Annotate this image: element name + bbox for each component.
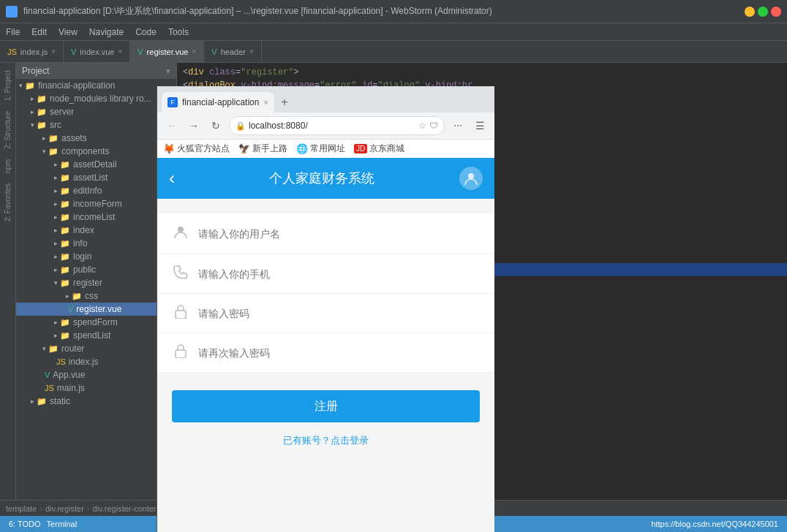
reload-button[interactable]: ↻ bbox=[207, 117, 225, 134]
menu-navigate[interactable]: Navigate bbox=[89, 27, 124, 37]
vue-file-icon: V bbox=[68, 305, 73, 314]
tree-components[interactable]: ▾ 📁 components bbox=[16, 145, 176, 158]
back-nav-button[interactable]: ‹ bbox=[169, 168, 175, 189]
tree-incomeform[interactable]: ▸ 📁 incomeForm bbox=[16, 197, 176, 210]
avatar[interactable] bbox=[459, 167, 483, 190]
tree-server[interactable]: ▸ 📁 server bbox=[16, 105, 176, 118]
tree-register-vue[interactable]: V register.vue bbox=[16, 303, 176, 316]
tab-register-vue[interactable]: V register.vue × bbox=[130, 41, 204, 62]
register-button[interactable]: 注册 bbox=[172, 390, 480, 422]
tab-close-icon[interactable]: × bbox=[192, 48, 196, 56]
menu-view[interactable]: View bbox=[59, 27, 78, 37]
tree-collapse-icon: ▸ bbox=[54, 161, 58, 168]
sidebar-header: Project ▾ bbox=[16, 63, 176, 79]
tree-static[interactable]: ▸ 📁 static bbox=[16, 395, 176, 408]
address-input[interactable]: 🔒 localhost:8080/ ☆ 🛡 bbox=[229, 116, 445, 135]
tree-login[interactable]: ▸ 📁 login bbox=[16, 250, 176, 263]
star-icon[interactable]: ☆ bbox=[418, 121, 426, 131]
npm-panel-btn[interactable]: npm bbox=[2, 155, 13, 178]
tree-register[interactable]: ▾ 📁 register bbox=[16, 276, 176, 289]
menu-code[interactable]: Code bbox=[135, 27, 157, 37]
new-tab-button[interactable]: + bbox=[274, 92, 295, 113]
address-bar: ← → ↻ 🔒 localhost:8080/ ☆ 🛡 ⋯ ☰ bbox=[157, 113, 494, 139]
js-file-icon: JS bbox=[56, 357, 66, 366]
app-header: ‹ 个人家庭财务系统 bbox=[157, 158, 494, 199]
folder-icon: 📁 bbox=[37, 397, 47, 406]
project-panel-btn[interactable]: 1: Project bbox=[2, 66, 13, 105]
maximize-button[interactable] bbox=[758, 7, 768, 17]
tree-css[interactable]: ▸ 📁 css bbox=[16, 289, 176, 303]
login-link[interactable]: 已有账号？点击登录 bbox=[157, 434, 494, 447]
tree-expand-icon: ▾ bbox=[31, 121, 34, 129]
path-div-register-content: div.register-content bbox=[93, 504, 161, 513]
tree-info[interactable]: ▸ 📁 info bbox=[16, 237, 176, 250]
window-controls[interactable] bbox=[745, 7, 781, 17]
bookmark-jd[interactable]: JD 京东商城 bbox=[354, 142, 404, 155]
tab-close-icon[interactable]: × bbox=[249, 48, 254, 56]
tab-index-vue[interactable]: V index.vue × bbox=[64, 41, 130, 62]
tree-editinfo[interactable]: ▸ 📁 editInfo bbox=[16, 184, 176, 197]
tree-assetdetail[interactable]: ▸ 📁 assetDetail bbox=[16, 158, 176, 171]
phone-icon bbox=[172, 265, 189, 283]
menu-tools[interactable]: Tools bbox=[168, 27, 189, 37]
menu-edit[interactable]: Edit bbox=[31, 27, 47, 37]
confirm-password-field bbox=[157, 333, 494, 373]
todo-button[interactable]: 6: TODO bbox=[9, 520, 41, 528]
browser-tab-active[interactable]: F financial-application × bbox=[162, 92, 274, 113]
tree-expand-icon: ▾ bbox=[42, 345, 46, 352]
tab-close-icon[interactable]: × bbox=[51, 48, 56, 56]
terminal-button[interactable]: Terminal bbox=[47, 520, 78, 528]
app-title: 个人家庭财务系统 bbox=[184, 170, 459, 187]
extensions-button[interactable]: ⋯ bbox=[449, 117, 467, 134]
tree-root[interactable]: ▾ 📁 financial-application bbox=[16, 79, 176, 92]
tree-collapse-icon: ▸ bbox=[54, 174, 58, 181]
username-input[interactable] bbox=[198, 228, 480, 240]
tree-router[interactable]: ▾ 📁 router bbox=[16, 342, 176, 355]
browser-tab-label: financial-application bbox=[182, 97, 259, 107]
ide-tabs-bar: JS index.js × V index.vue × V register.v… bbox=[0, 41, 787, 63]
bookmark-icon: 🦊 bbox=[163, 143, 175, 154]
browser-tab-close-icon[interactable]: × bbox=[263, 98, 268, 107]
tree-router-index-js[interactable]: JS index.js bbox=[16, 355, 176, 368]
tree-spendlist[interactable]: ▸ 📁 spendList bbox=[16, 329, 176, 342]
tree-collapse-icon: ▸ bbox=[42, 134, 46, 142]
back-button[interactable]: ← bbox=[163, 117, 181, 134]
tree-collapse-icon: ▸ bbox=[54, 332, 58, 339]
folder-icon: 📁 bbox=[37, 121, 47, 130]
bookmark-common[interactable]: 🌐 常用网址 bbox=[296, 142, 345, 155]
tree-assets[interactable]: ▸ 📁 assets bbox=[16, 132, 176, 145]
tree-src[interactable]: ▾ 📁 src bbox=[16, 118, 176, 132]
folder-icon: 📁 bbox=[48, 344, 59, 354]
tree-incomelist[interactable]: ▸ 📁 incomeList bbox=[16, 210, 176, 224]
tree-assetlist[interactable]: ▸ 📁 assetList bbox=[16, 171, 176, 184]
window-bar: financial-application [D:\毕业系统\financial… bbox=[0, 0, 787, 23]
path-div-register: div.register bbox=[45, 504, 84, 513]
project-sidebar: Project ▾ ▾ 📁 financial-application ▸ 📁 … bbox=[16, 63, 177, 500]
phone-input[interactable] bbox=[198, 268, 480, 280]
minimize-button[interactable] bbox=[745, 7, 755, 17]
menu-file[interactable]: File bbox=[6, 27, 20, 37]
expand-icon[interactable]: ▾ bbox=[166, 66, 170, 76]
close-button[interactable] bbox=[771, 7, 781, 17]
tab-index-js[interactable]: JS index.js × bbox=[0, 41, 64, 62]
favorites-panel-btn[interactable]: 2: Favorites bbox=[2, 179, 13, 226]
tree-app-vue[interactable]: V App.vue bbox=[16, 368, 176, 381]
folder-icon: 📁 bbox=[60, 200, 70, 209]
bookmark-newuser[interactable]: 🦅 新手上路 bbox=[238, 142, 287, 155]
tab-close-icon[interactable]: × bbox=[118, 48, 122, 56]
tree-main-js[interactable]: JS main.js bbox=[16, 381, 176, 395]
confirm-password-input[interactable] bbox=[198, 347, 480, 359]
tree-spendform[interactable]: ▸ 📁 spendForm bbox=[16, 316, 176, 329]
tree-node-modules[interactable]: ▸ 📁 node_modules library ro... bbox=[16, 92, 176, 105]
bookmark-foxfire[interactable]: 🦊 火狐官方站点 bbox=[163, 142, 230, 155]
forward-button[interactable]: → bbox=[185, 117, 203, 134]
tree-public[interactable]: ▸ 📁 public bbox=[16, 263, 176, 276]
menu-bar: File Edit View Navigate Code Tools bbox=[0, 23, 787, 41]
structure-panel-btn[interactable]: 2: Structure bbox=[2, 107, 13, 153]
password-input[interactable] bbox=[198, 308, 480, 319]
folder-icon: 📁 bbox=[60, 278, 70, 288]
register-form: 注册 已有账号？点击登录 bbox=[157, 199, 494, 462]
tree-index[interactable]: ▸ 📁 index bbox=[16, 224, 176, 237]
menu-button[interactable]: ☰ bbox=[471, 117, 489, 134]
tab-header[interactable]: V header × bbox=[204, 41, 261, 62]
